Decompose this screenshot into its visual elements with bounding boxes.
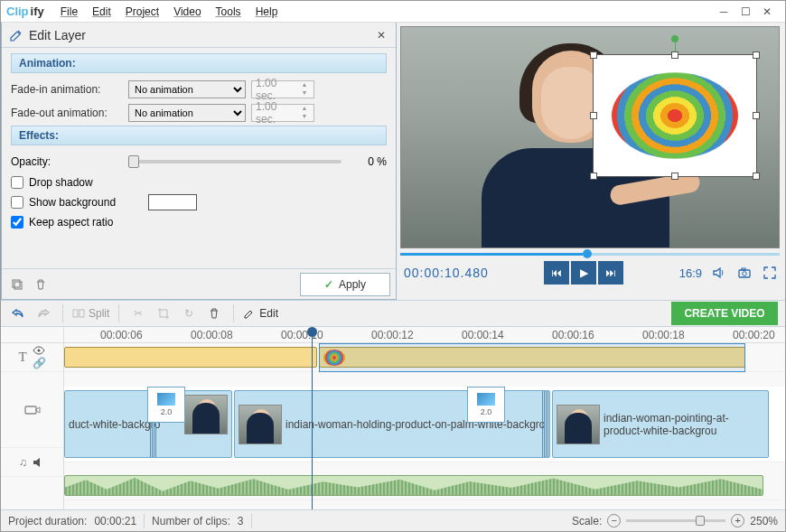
svg-rect-4	[742, 268, 745, 270]
audio-clip[interactable]	[64, 475, 763, 496]
delete-icon[interactable]	[31, 275, 51, 294]
audio-track-icon[interactable]: ♫	[19, 456, 27, 469]
video-track[interactable]: duct-white-backgro 2.0 indian-woman-hold…	[64, 387, 785, 462]
audio-track-head: ♫	[1, 448, 63, 477]
apply-button[interactable]: ✓Apply	[300, 273, 390, 296]
menu-edit[interactable]: Edit	[85, 5, 118, 18]
video-track-head	[1, 372, 63, 448]
fade-in-duration[interactable]: 1.00 sec.▲▼	[251, 80, 314, 98]
rotate-icon[interactable]: ↻	[179, 303, 199, 323]
menu-tools[interactable]: Tools	[209, 5, 248, 18]
snapshot-icon[interactable]	[736, 265, 753, 281]
svg-rect-0	[13, 280, 20, 287]
text-track-icon[interactable]: T	[18, 350, 26, 365]
zoom-in-icon[interactable]: +	[731, 514, 744, 527]
video-clip[interactable]: indian-woman-pointing-at-product-white-b…	[552, 390, 769, 458]
clip-thumbnail	[557, 405, 600, 444]
video-track-icon[interactable]	[24, 404, 41, 416]
overlay-clip-selected[interactable]	[319, 347, 745, 368]
play-button[interactable]: ▶	[571, 261, 596, 285]
edit-layer-panel: Edit Layer ✕ Animation: Fade-in animatio…	[1, 23, 397, 300]
window-maximize-icon[interactable]: ☐	[736, 4, 754, 20]
link-icon[interactable]: 🔗	[33, 357, 46, 369]
playhead[interactable]	[312, 327, 313, 509]
fade-out-duration[interactable]: 1.00 sec.▲▼	[251, 104, 314, 122]
scale-value: 250%	[750, 515, 778, 527]
svg-point-3	[743, 272, 747, 276]
audio-track[interactable]	[64, 471, 785, 500]
cut-icon[interactable]: ✂	[128, 303, 148, 323]
section-animation: Animation:	[11, 53, 387, 73]
undo-icon[interactable]	[8, 303, 28, 323]
resize-handle[interactable]	[590, 112, 597, 119]
resize-handle[interactable]	[753, 112, 760, 119]
opacity-label: Opacity:	[11, 155, 128, 168]
transition-badge[interactable]: 2.0	[147, 387, 185, 423]
resize-handle[interactable]	[753, 173, 760, 180]
apply-label: Apply	[339, 278, 366, 291]
svg-rect-1	[14, 282, 22, 289]
resize-handle[interactable]	[753, 51, 760, 59]
prev-frame-button[interactable]: ⏮	[544, 261, 569, 285]
edit-label: Edit	[259, 307, 278, 320]
copy-icon[interactable]	[7, 275, 27, 294]
create-video-button[interactable]: CREATE VIDEO	[671, 302, 778, 325]
fade-in-duration-value: 1.00 sec.	[256, 77, 299, 102]
window-minimize-icon[interactable]: ─	[715, 4, 733, 20]
trash-icon[interactable]	[204, 303, 224, 323]
ruler-tick: 00:00:12	[371, 329, 414, 341]
resize-handle[interactable]	[671, 173, 678, 180]
opacity-slider[interactable]	[128, 160, 342, 163]
ruler-tick: 00:00:14	[462, 329, 504, 341]
fade-out-select[interactable]: No animation	[128, 104, 246, 122]
fade-in-select[interactable]: No animation	[128, 80, 246, 98]
pencil-icon	[9, 28, 23, 42]
menu-project[interactable]: Project	[118, 5, 166, 18]
panel-close-icon[interactable]: ✕	[374, 28, 388, 42]
speaker-icon[interactable]	[33, 457, 45, 468]
scale-slider[interactable]	[626, 519, 725, 522]
clip-label: indian-woman-holding-product-on-palm-whi…	[285, 418, 545, 431]
status-bar: Project duration: 00:00:21 Number of cli…	[1, 509, 785, 531]
split-button[interactable]: Split	[72, 307, 109, 320]
crop-icon[interactable]	[154, 303, 173, 323]
split-label: Split	[89, 307, 109, 320]
menu-video[interactable]: Video	[166, 5, 208, 18]
menu-help[interactable]: Help	[248, 5, 285, 18]
svg-rect-8	[25, 406, 36, 414]
next-frame-button[interactable]: ⏭	[598, 261, 623, 285]
fullscreen-icon[interactable]	[762, 265, 778, 281]
resize-handle[interactable]	[590, 51, 597, 59]
resize-handle[interactable]	[671, 51, 678, 59]
timeline-ruler[interactable]: 00:00:06 00:00:08 00:00:10 00:00:12 00:0…	[64, 327, 785, 343]
volume-icon[interactable]	[711, 265, 727, 281]
overlay-track[interactable]	[64, 343, 785, 372]
rotate-handle-icon[interactable]	[671, 35, 678, 42]
background-color-swatch[interactable]	[148, 194, 197, 210]
window-close-icon[interactable]: ✕	[758, 4, 776, 20]
transition-badge[interactable]: 2.0	[467, 387, 505, 423]
overlay-track-head: T 🔗	[1, 343, 63, 372]
svg-rect-5	[73, 310, 78, 317]
resize-handle[interactable]	[590, 173, 597, 180]
menu-file[interactable]: File	[53, 5, 85, 18]
aspect-ratio[interactable]: 16:9	[679, 266, 702, 280]
scale-label: Scale:	[572, 515, 602, 527]
edit-button[interactable]: Edit	[243, 307, 278, 320]
eye-icon[interactable]	[33, 346, 46, 355]
svg-rect-6	[80, 310, 84, 317]
ruler-tick: 00:00:18	[642, 329, 685, 341]
clip-thumbnail	[239, 405, 282, 444]
drop-shadow-label: Drop shadow	[29, 176, 93, 189]
clip-handle-icon[interactable]	[542, 391, 549, 457]
preview-seek-bar[interactable]	[400, 252, 780, 257]
zoom-out-icon[interactable]: −	[607, 514, 621, 527]
overlay-clip[interactable]	[64, 347, 317, 368]
keep-aspect-checkbox[interactable]	[11, 216, 23, 229]
preview-viewport[interactable]	[400, 26, 780, 248]
ruler-tick: 00:00:06	[100, 329, 143, 341]
redo-icon[interactable]	[33, 303, 53, 323]
show-background-checkbox[interactable]	[11, 196, 23, 209]
overlay-selection[interactable]	[593, 54, 757, 177]
drop-shadow-checkbox[interactable]	[11, 176, 23, 189]
